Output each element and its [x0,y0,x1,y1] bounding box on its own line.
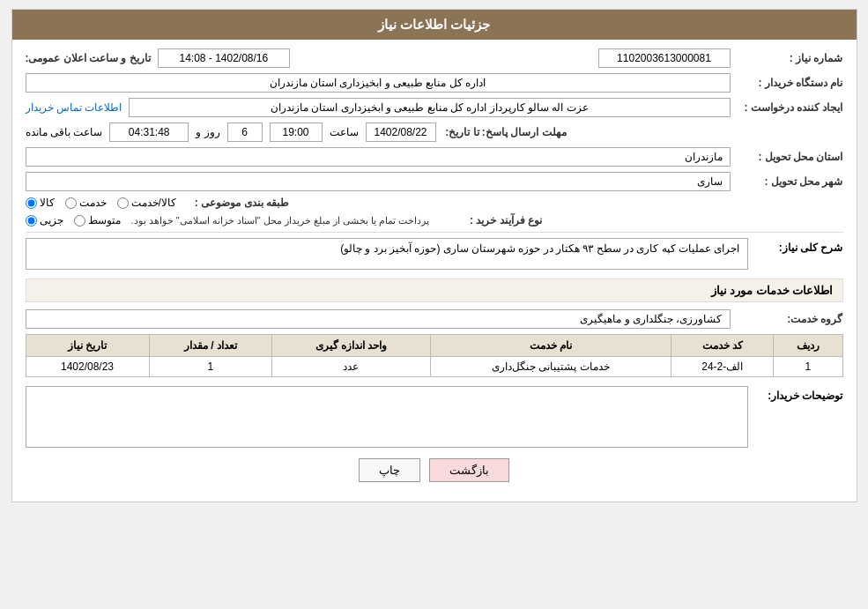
category-row: طبقه بندی موضوعی : کالا/خدمت خدمت کالا [26,197,843,209]
header-title: جزئیات اطلاعات نیاز [378,17,490,32]
remaining-label: ساعت باقی مانده [26,126,103,138]
announce-date-label: تاریخ و ساعت اعلان عمومی: [26,52,151,64]
category-label: طبقه بندی موضوعی : [183,197,289,209]
description-label: شرح کلی نیاز: [755,238,843,254]
col-quantity: تعداد / مقدار [149,335,272,357]
purchase-type-label: نوع فرآیند خرید : [436,214,542,227]
table-header-row: ردیف کد خدمت نام خدمت واحد اندازه گیری ت… [26,335,842,357]
cell-code: الف-2-24 [671,357,774,377]
creator-value: عزت اله سالو کارپرداز اداره کل منابع طبی… [129,98,730,117]
city-value: ساری [26,172,731,191]
deadline-label: مهلت ارسال پاسخ: تا تاریخ: [443,126,567,138]
button-row: بازگشت چاپ [26,458,843,482]
purchase-type-row: نوع فرآیند خرید : پرداخت تمام یا بخشی از… [26,214,843,227]
buyer-org-value: اداره کل منابع طبیعی و ابخیزداری استان م… [26,73,731,93]
radio-medium[interactable]: متوسط [74,214,121,227]
province-label: استان محل تحویل : [738,151,843,163]
page-header: جزئیات اطلاعات نیاز [12,10,857,40]
announce-date-value: 1402/08/16 - 14:08 [158,48,290,68]
back-button[interactable]: بازگشت [429,458,509,482]
cell-name: خدمات پشتیبانی جنگل‌داری [430,357,671,377]
buyer-notes-input[interactable] [26,386,748,448]
radio-service[interactable]: خدمت [65,197,107,209]
days-label: روز و [196,126,219,138]
request-number-row: شماره نیاز : 1102003613000081 1402/08/16… [26,48,843,68]
province-value: مازندران [26,147,731,167]
buyer-notes-label: توضیحات خریدار: [755,386,843,402]
buyer-notes-row: توضیحات خریدار: [26,386,843,448]
description-value: اجرای عملیات کپه کاری در سطح ۹۳ هکتار در… [26,238,748,270]
request-number-value: 1102003613000081 [598,48,731,68]
buyer-org-label: نام دستگاه خریدار : [738,77,843,89]
creator-row: ایجاد کننده درخواست : عزت اله سالو کارپر… [26,98,843,117]
city-row: شهر محل تحویل : ساری [26,172,843,191]
deadline-remaining: 04:31:48 [109,123,189,142]
purchase-note: پرداخت تمام یا بخشی از مبلغ خریداز محل "… [131,215,430,227]
cell-index: 1 [774,357,842,377]
deadline-days: 6 [227,123,263,142]
services-table: ردیف کد خدمت نام خدمت واحد اندازه گیری ت… [26,334,843,377]
radio-goods-service[interactable]: کالا/خدمت [117,197,176,209]
service-group-row: گروه خدمت: کشاورزی، جنگلداری و ماهیگیری [26,309,843,329]
purchase-type-radio-group: پرداخت تمام یا بخشی از مبلغ خریداز محل "… [26,214,430,227]
services-section-title: اطلاعات خدمات مورد نیاز [26,279,843,302]
description-row: شرح کلی نیاز: اجرای عملیات کپه کاری در س… [26,238,843,270]
service-group-value: کشاورزی، جنگلداری و ماهیگیری [26,309,731,329]
cell-unit: عدد [272,357,430,377]
col-unit: واحد اندازه گیری [272,335,430,357]
cell-quantity: 1 [149,357,272,377]
col-index: ردیف [774,335,842,357]
city-label: شهر محل تحویل : [738,175,843,188]
deadline-row: مهلت ارسال پاسخ: تا تاریخ: 1402/08/22 سا… [26,123,843,142]
col-code: کد خدمت [671,335,774,357]
cell-date: 1402/08/23 [26,357,149,377]
contact-link[interactable]: اطلاعات تماس خریدار [26,101,122,114]
deadline-time: 19:00 [270,123,323,142]
service-group-label: گروه خدمت: [738,313,843,325]
deadline-date: 1402/08/22 [366,123,436,142]
print-button[interactable]: چاپ [359,458,420,482]
radio-goods[interactable]: کالا [26,197,55,209]
time-label: ساعت [330,126,359,138]
col-name: نام خدمت [430,335,671,357]
radio-partial[interactable]: جزیی [26,214,63,227]
province-row: استان محل تحویل : مازندران [26,147,843,167]
table-row: 1الف-2-24خدمات پشتیبانی جنگل‌داریعدد1140… [26,357,842,377]
buyer-org-row: نام دستگاه خریدار : اداره کل منابع طبیعی… [26,73,843,93]
request-number-label: شماره نیاز : [738,52,843,64]
creator-label: ایجاد کننده درخواست : [738,101,843,114]
col-date: تاریخ نیاز [26,335,149,357]
category-radio-group: کالا/خدمت خدمت کالا [26,197,176,209]
